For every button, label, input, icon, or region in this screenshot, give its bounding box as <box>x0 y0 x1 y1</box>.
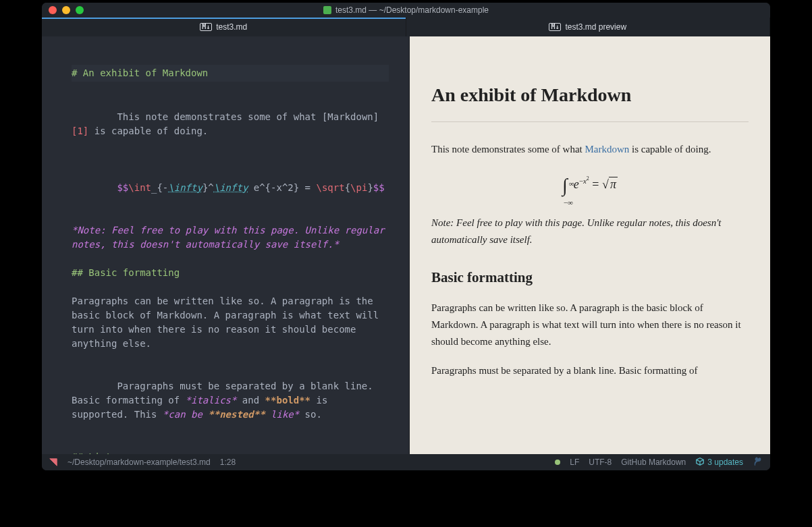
tab-label: test3.md preview <box>565 22 626 32</box>
split-panes: # An exhibit of Markdown This note demon… <box>42 36 770 454</box>
preview-paragraph: Paragraphs must be separated by a blank … <box>431 362 749 379</box>
preview-rule <box>431 121 749 122</box>
svg-marker-0 <box>50 459 57 466</box>
status-bar: ~/Desktop/markdown-example/test3.md 1:28… <box>42 454 770 470</box>
tab-label: test3.md <box>216 22 247 32</box>
tab-editor[interactable]: M↓ test3.md <box>42 18 406 36</box>
editor-line: ## Basic formatting <box>72 266 389 280</box>
editor-line: This note demonstrates some of what [Mar… <box>72 96 389 152</box>
editor-line: *Note: Feel free to play with this page.… <box>72 223 389 252</box>
git-status-icon[interactable] <box>555 460 560 465</box>
window-title: test3.md — ~/Desktop/markdown-example <box>42 5 770 15</box>
cursor-position[interactable]: 1:28 <box>220 457 236 467</box>
source-editor[interactable]: # An exhibit of Markdown This note demon… <box>42 36 409 454</box>
markdown-icon: M↓ <box>200 23 212 31</box>
tab-preview[interactable]: M↓ test3.md preview <box>406 18 771 36</box>
titlebar: test3.md — ~/Desktop/markdown-example <box>42 3 770 18</box>
editor-line: # An exhibit of Markdown <box>72 65 389 82</box>
editor-line-math: $$\int_{-\infty}^\infty e^{-x^2} = \sqrt… <box>72 167 389 209</box>
package-icon <box>695 457 705 468</box>
package-updates[interactable]: 3 updates <box>695 457 743 468</box>
file-type-icon <box>323 6 331 14</box>
line-ending-selector[interactable]: LF <box>570 457 579 467</box>
preview-h1: An exhibit of Markdown <box>431 80 749 111</box>
project-icon[interactable] <box>49 457 58 467</box>
editor-line: Paragraphs must be separated by a blank … <box>72 365 389 436</box>
encoding-selector[interactable]: UTF-8 <box>589 457 612 467</box>
grammar-selector[interactable]: GitHub Markdown <box>621 457 686 467</box>
markdown-link[interactable]: Markdown <box>585 144 629 155</box>
file-path[interactable]: ~/Desktop/markdown-example/test3.md <box>67 457 211 467</box>
markdown-icon: M↓ <box>549 23 561 31</box>
markdown-preview[interactable]: An exhibit of Markdown This note demonst… <box>409 36 770 454</box>
release-notes-icon[interactable] <box>753 456 763 469</box>
tab-bar: M↓ test3.md M↓ test3.md preview <box>42 18 770 36</box>
preview-paragraph: This note demonstrates some of what Mark… <box>431 141 749 158</box>
app-window: test3.md — ~/Desktop/markdown-example M↓… <box>42 3 770 470</box>
preview-h2: Basic formatting <box>431 266 749 289</box>
preview-paragraph: Note: Feel free to play with this page. … <box>431 215 749 248</box>
preview-math: ∫−∞∞ e−x2 = √π <box>431 170 749 201</box>
editor-line: Paragraphs can be written like so. A par… <box>72 294 389 351</box>
window-title-text: test3.md — ~/Desktop/markdown-example <box>335 5 489 15</box>
preview-paragraph: Paragraphs can be written like so. A par… <box>431 300 749 350</box>
